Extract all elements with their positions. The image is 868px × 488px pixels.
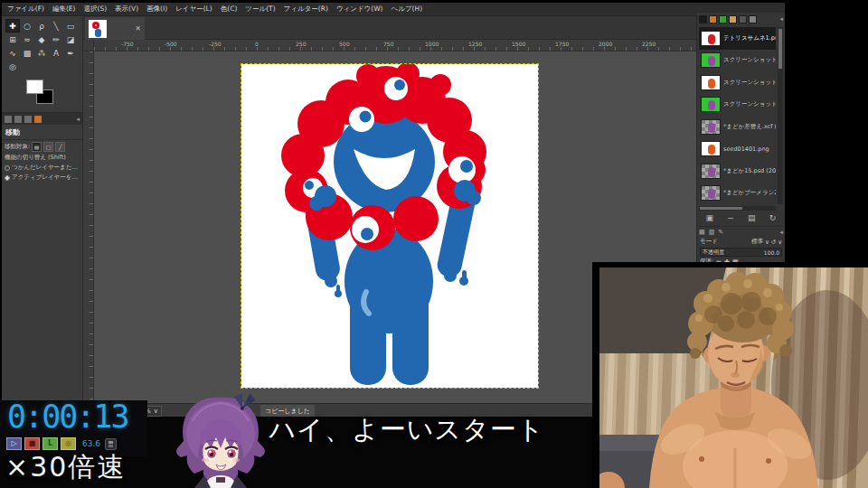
image-thumbnail bbox=[701, 185, 721, 201]
list-item[interactable]: スクリーンショット 202 bbox=[699, 71, 776, 94]
menu-image[interactable]: 画像(I) bbox=[146, 5, 167, 14]
tool-smudge-icon[interactable]: ∿ bbox=[5, 46, 20, 60]
list-item[interactable]: テトリスサムネ1.png bbox=[699, 27, 776, 50]
list-horizontal-scrollbar[interactable] bbox=[699, 206, 776, 211]
list-item[interactable]: スクリーンショット 202 bbox=[699, 94, 776, 117]
tool-clone-icon[interactable]: ▩ bbox=[20, 46, 34, 60]
list-item[interactable]: *まどか15.psd (2048 × bbox=[699, 160, 776, 183]
tool-pencil-icon[interactable]: ✏ bbox=[49, 33, 63, 46]
move-selection-button[interactable]: □ bbox=[43, 142, 53, 152]
image-thumbnail bbox=[701, 52, 721, 68]
tool-rect-select-icon[interactable]: ▭ bbox=[63, 19, 78, 33]
tool-zoom-icon[interactable]: ◎ bbox=[5, 60, 20, 73]
dock-tab-icon[interactable] bbox=[5, 116, 12, 123]
channels-tab-icon[interactable]: ▥ bbox=[709, 229, 715, 236]
reset-button[interactable]: ◎ bbox=[61, 437, 76, 450]
list-item[interactable]: スクリーンショット 202 bbox=[699, 50, 776, 72]
streamer-avatar bbox=[175, 394, 267, 488]
timer-display: 0:00:13 bbox=[7, 399, 128, 435]
move-option-2-label: アクティブレイヤーを移動 bbox=[12, 174, 80, 182]
menu-colors[interactable]: 色(C) bbox=[221, 5, 238, 14]
blend-switch-icon[interactable]: ↺ bbox=[771, 239, 776, 246]
remove-button[interactable]: − bbox=[727, 214, 734, 222]
menu-bar: ファイル(F) 編集(E) 選択(S) 表示(V) 画像(I) レイヤー(L) … bbox=[2, 3, 785, 16]
menu-view[interactable]: 表示(V) bbox=[115, 5, 138, 14]
menu-help[interactable]: ヘルプ(H) bbox=[392, 5, 423, 14]
stop-button[interactable]: ■ bbox=[24, 437, 40, 450]
opacity-slider[interactable]: 不透明度 100.0 bbox=[700, 248, 782, 257]
play-button[interactable]: ▷ bbox=[6, 437, 22, 450]
tool-text-icon[interactable]: A bbox=[49, 46, 63, 60]
move-option-2[interactable]: アクティブレイヤーを移動 bbox=[2, 172, 82, 182]
horizontal-ruler: -750 -500 -250 0 250 500 750 1000 1250 1… bbox=[94, 40, 698, 52]
move-layer-button[interactable]: ▤ bbox=[32, 142, 42, 152]
paths-tab-icon[interactable]: ✎ bbox=[718, 229, 723, 236]
tool-bucket-fill-icon[interactable]: ◆ bbox=[34, 33, 49, 46]
menu-filters[interactable]: フィルター(R) bbox=[284, 5, 328, 14]
toolbox: ✚ ○ ρ ╲ ▭ ⊞ ≈ ◆ ✏ ◪ ∿ ▩ ⁂ A ✒ ◎ bbox=[2, 16, 83, 418]
dock-tab-icon[interactable] bbox=[729, 15, 737, 23]
move-path-button[interactable]: ╱ bbox=[55, 142, 65, 152]
raise-button[interactable]: ▣ bbox=[706, 214, 714, 222]
refresh-button[interactable]: ↻ bbox=[769, 214, 777, 222]
menu-select[interactable]: 選択(S) bbox=[83, 5, 107, 14]
print-button[interactable]: ▤ bbox=[748, 214, 756, 222]
chevron-down-icon[interactable]: ∨ bbox=[765, 239, 769, 246]
dock-tab-icon[interactable] bbox=[699, 15, 707, 23]
dock-menu-arrow-icon[interactable]: ◂ bbox=[779, 15, 783, 23]
list-item[interactable]: *まどかブーメラン2.x bbox=[699, 183, 776, 205]
subtitle-text: ハイ、よーいスタート bbox=[212, 410, 601, 450]
tool-airbrush-icon[interactable]: ⁂ bbox=[34, 46, 49, 60]
image-thumbnail bbox=[701, 164, 721, 179]
tool-ink-icon[interactable]: ✒ bbox=[63, 46, 78, 60]
menu-edit[interactable]: 編集(E) bbox=[52, 5, 76, 14]
active-tool-tab-icon[interactable] bbox=[34, 116, 42, 123]
close-icon[interactable]: ✕ bbox=[135, 24, 141, 33]
tool-measure-icon[interactable]: ╲ bbox=[49, 19, 63, 33]
chevron-down-icon[interactable]: ∨ bbox=[778, 239, 782, 246]
menu-layer[interactable]: レイヤー(L) bbox=[175, 5, 212, 14]
image-tab[interactable]: ✕ bbox=[85, 17, 145, 40]
timer-widget: 0:00:13 ▷ ■ L ◎ 63.6 bbox=[0, 400, 147, 456]
ruler-origin-box[interactable] bbox=[83, 40, 94, 52]
dock-tab-icon[interactable] bbox=[749, 15, 757, 23]
image-thumbnail bbox=[701, 97, 721, 112]
list-item[interactable]: *まどか差替え.xcf (20 bbox=[699, 116, 776, 138]
dock-tab-icon[interactable] bbox=[14, 116, 22, 123]
move-option-1[interactable]: つかんだレイヤーまたはガイ bbox=[2, 162, 82, 172]
list-item[interactable]: seed01401.png bbox=[699, 138, 776, 161]
tool-ellipse-select-icon[interactable]: ○ bbox=[20, 19, 34, 33]
tool-move-icon[interactable]: ✚ bbox=[5, 19, 20, 33]
tool-free-select-icon[interactable]: ρ bbox=[34, 19, 49, 33]
dock-tab-icon[interactable] bbox=[739, 15, 747, 23]
image-thumbnail bbox=[701, 119, 721, 135]
counter-value: 63.6 bbox=[82, 439, 100, 448]
dock-tab-icon[interactable] bbox=[24, 116, 32, 123]
move-target-label: 移動対象: bbox=[5, 143, 30, 151]
image-canvas[interactable] bbox=[241, 64, 538, 388]
toggle-label: 機能の切り替え (Shift) bbox=[5, 154, 66, 162]
dock-tab-icon[interactable] bbox=[709, 15, 717, 23]
menu-windows[interactable]: ウィンドウ(W) bbox=[336, 5, 383, 14]
tool-eraser-icon[interactable]: ◪ bbox=[63, 33, 78, 46]
mode-value[interactable]: 標準 bbox=[751, 238, 763, 246]
dock-menu-arrow-icon[interactable]: ◂ bbox=[779, 229, 783, 236]
lap-button[interactable]: L bbox=[42, 437, 58, 450]
chevron-down-icon: ∨ bbox=[154, 408, 158, 415]
radio-selected-icon bbox=[5, 175, 10, 181]
dock-menu-arrow-icon[interactable]: ◂ bbox=[76, 116, 80, 123]
dock-tab-icon[interactable] bbox=[719, 15, 727, 23]
tool-options-title: 移動 bbox=[2, 125, 82, 140]
menu-file[interactable]: ファイル(F) bbox=[7, 5, 44, 14]
foreground-color-swatch[interactable] bbox=[26, 80, 43, 94]
webcam-video bbox=[592, 262, 868, 488]
menu-tools[interactable]: ツール(T) bbox=[245, 5, 275, 14]
color-swatches bbox=[2, 79, 82, 108]
layers-tab-icon[interactable]: ▤ bbox=[699, 229, 705, 236]
device-icon bbox=[105, 438, 117, 450]
tool-options-panel: ◂ 移動 移動対象: ▤ □ ╱ 機能の切り替え (Shift) つかんだレイヤ… bbox=[2, 112, 82, 182]
tool-align-icon[interactable]: ⊞ bbox=[5, 33, 20, 46]
tool-warp-icon[interactable]: ≈ bbox=[20, 33, 34, 46]
move-option-1-label: つかんだレイヤーまたはガイ bbox=[12, 164, 80, 172]
list-vertical-scrollbar[interactable] bbox=[778, 27, 783, 204]
